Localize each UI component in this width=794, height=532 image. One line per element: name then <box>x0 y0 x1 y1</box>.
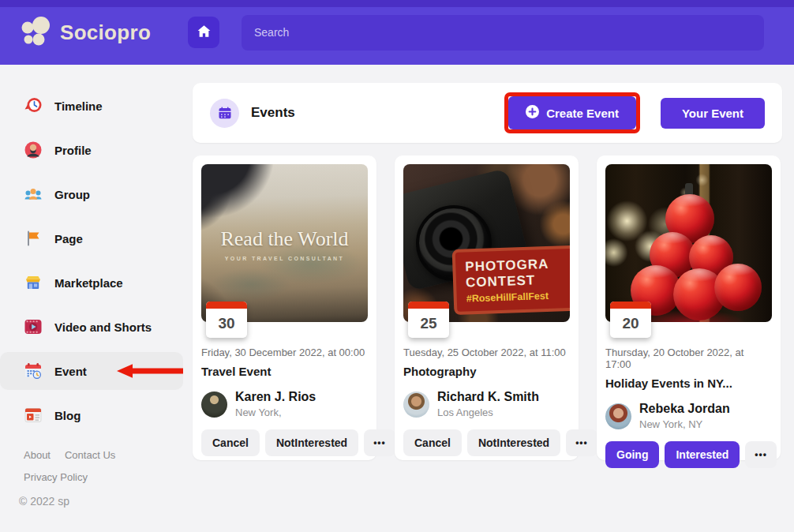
brand-name: Sociopro <box>60 21 151 45</box>
host-name[interactable]: Richard K. Smith <box>437 390 539 404</box>
cancel-button[interactable]: Cancel <box>403 429 462 456</box>
day-badge-number: 25 <box>408 309 449 338</box>
event-card-photography: PHOTOGRA CONTEST #RoseHillFallFest 25 Tu… <box>395 155 579 460</box>
host-avatar[interactable] <box>605 403 631 429</box>
host-location: New York, NY <box>639 418 730 430</box>
marketplace-store-icon <box>24 273 43 292</box>
event-day-badge: 25 <box>408 302 449 338</box>
sidebar-footer-links-2: Privacy Policy <box>24 470 88 484</box>
sidebar-item-video-and-shorts[interactable]: Video and Shorts <box>0 308 183 346</box>
create-event-button[interactable]: Create Event <box>508 96 636 129</box>
sidebar-footer-links: About Contact Us <box>24 449 115 461</box>
sidebar-item-label: Blog <box>54 409 81 422</box>
copyright-text: © 2022 sp <box>19 495 69 508</box>
your-event-button[interactable]: Your Event <box>661 98 765 129</box>
top-header: Sociopro <box>0 0 794 65</box>
event-day-badge: 20 <box>610 302 651 338</box>
event-actions: Going Interested ••• <box>605 441 772 468</box>
sidebar-item-marketplace[interactable]: Marketplace <box>0 264 183 302</box>
events-calendar-icon <box>210 99 239 128</box>
privacy-policy-link[interactable]: Privacy Policy <box>24 471 88 483</box>
sidebar-item-label: Group <box>54 188 90 201</box>
page-flag-icon <box>24 229 43 248</box>
event-datetime: Friday, 30 December 2022, at 00:00 <box>201 347 368 358</box>
host-location: New York, <box>235 406 316 418</box>
brand-logo[interactable]: Sociopro <box>21 15 188 50</box>
event-image-photography: PHOTOGRA CONTEST #RoseHillFallFest <box>403 164 570 322</box>
host-location: Los Angeles <box>437 406 539 418</box>
more-options-button[interactable]: ••• <box>745 441 777 468</box>
create-event-label: Create Event <box>546 107 619 120</box>
plus-circle-icon <box>526 105 539 121</box>
event-actions: Cancel NotInterested ••• <box>201 429 368 456</box>
sidebar-item-label: Marketplace <box>54 276 123 290</box>
sidebar-item-blog[interactable]: Blog <box>0 396 183 434</box>
events-title-group: Events <box>210 99 508 128</box>
host-avatar[interactable] <box>403 392 429 418</box>
sidebar-item-label: Profile <box>54 144 92 157</box>
event-host-row: Rebeka Jordan New York, NY <box>605 402 772 430</box>
event-host-row: Richard K. Smith Los Angeles <box>403 390 570 418</box>
host-name[interactable]: Rebeka Jordan <box>639 402 730 416</box>
sidebar-item-timeline[interactable]: Timeline <box>0 87 183 125</box>
not-interested-button[interactable]: NotInterested <box>265 429 358 456</box>
profile-avatar-icon <box>24 140 43 159</box>
home-button[interactable] <box>188 17 219 48</box>
event-title[interactable]: Travel Event <box>201 365 368 378</box>
about-link[interactable]: About <box>24 449 51 461</box>
event-actions: Cancel NotInterested ••• <box>403 429 570 456</box>
video-film-icon <box>24 317 43 336</box>
day-badge-red-bar <box>408 302 449 309</box>
interested-button[interactable]: Interested <box>665 441 740 468</box>
group-people-icon <box>24 185 43 204</box>
image-headline-text: Read the World <box>201 227 368 251</box>
event-datetime: Thursday, 20 October 2022, at 17:00 <box>605 347 772 370</box>
sidebar-item-page[interactable]: Page <box>0 219 183 257</box>
annotation-highlight-box: Create Event <box>508 96 636 129</box>
blog-window-icon <box>24 406 43 425</box>
cancel-button[interactable]: Cancel <box>201 429 260 456</box>
sidebar-item-event[interactable]: Event <box>0 352 183 390</box>
host-name[interactable]: Karen J. Rios <box>235 390 316 404</box>
contact-us-link[interactable]: Contact Us <box>65 449 115 461</box>
timeline-history-icon <box>24 96 43 115</box>
sign-hashtag: #RoseHillFallFest <box>466 289 570 304</box>
contest-sign: PHOTOGRA CONTEST #RoseHillFallFest <box>452 245 570 315</box>
sidebar-item-profile[interactable]: Profile <box>0 131 183 169</box>
day-badge-red-bar <box>206 302 247 309</box>
home-icon <box>197 24 212 41</box>
event-card-holiday: 20 Thursday, 20 October 2022, at 17:00 H… <box>597 155 781 460</box>
event-image-travel: Read the World YOUR TRAVEL CONSULTANT <box>201 164 368 322</box>
search-input[interactable] <box>242 15 764 51</box>
image-subline-text: YOUR TRAVEL CONSULTANT <box>201 256 368 261</box>
event-card-travel: Read the World YOUR TRAVEL CONSULTANT 30… <box>193 155 376 460</box>
sidebar-item-label: Page <box>54 232 83 245</box>
event-calendar-icon <box>24 362 43 380</box>
sign-line-2: CONTEST <box>466 271 570 290</box>
events-panel-header: Events Create Event Your Event <box>193 83 782 143</box>
day-badge-number: 30 <box>206 309 247 338</box>
host-avatar[interactable] <box>201 392 227 418</box>
event-day-badge: 30 <box>206 302 247 338</box>
sociopro-logo-icon <box>21 15 52 50</box>
sidebar-item-label: Event <box>54 365 87 378</box>
main-content: Events Create Event Your Event <box>193 65 794 532</box>
event-cards-row: Read the World YOUR TRAVEL CONSULTANT 30… <box>193 155 782 460</box>
going-button[interactable]: Going <box>605 441 659 468</box>
more-options-button[interactable]: ••• <box>566 429 597 456</box>
page-title: Events <box>251 105 295 121</box>
sidebar: Timeline Profile <box>0 65 193 532</box>
sidebar-item-label: Video and Shorts <box>54 320 152 334</box>
event-title[interactable]: Photography <box>403 365 570 378</box>
event-title[interactable]: Holiday Events in NY... <box>605 377 772 390</box>
sidebar-item-group[interactable]: Group <box>0 175 183 213</box>
more-options-button[interactable]: ••• <box>364 429 395 456</box>
day-badge-number: 20 <box>610 309 651 338</box>
event-host-row: Karen J. Rios New York, <box>201 390 368 418</box>
annotation-arrow-icon <box>116 362 184 380</box>
search-container <box>242 15 764 51</box>
day-badge-red-bar <box>610 302 651 309</box>
sidebar-item-label: Timeline <box>54 99 103 113</box>
event-image-holiday <box>605 164 772 322</box>
not-interested-button[interactable]: NotInterested <box>467 429 560 456</box>
